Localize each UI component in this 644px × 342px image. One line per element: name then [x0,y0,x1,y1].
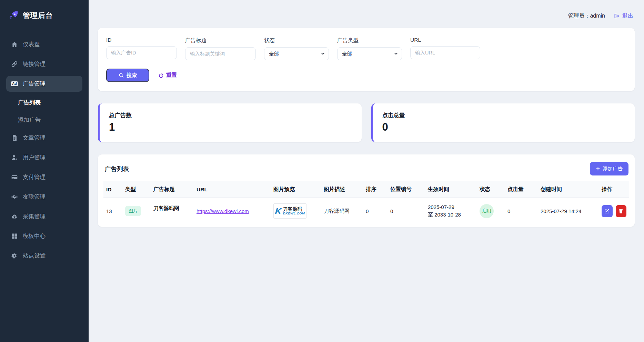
main-content: 管理员：admin 退出 ID 广告标题 状态 [89,0,644,342]
col-actions: 操作 [599,181,629,198]
status-badge: 启用 [480,204,494,218]
col-image-preview: 图片预览 [271,181,321,198]
col-image-desc: 图片描述 [321,181,363,198]
sidebar-item-collect[interactable]: 采集管理 [6,209,82,224]
sidebar-item-settings[interactable]: 站点设置 [6,248,82,264]
filter-field-type: 广告类型 全部 [337,37,402,60]
stat-card-total-clicks: 点击总量 0 [371,103,635,142]
filter-field-url: URL [410,37,480,60]
app-title: 管理后台 [23,11,53,20]
sidebar-item-label: 支付管理 [23,173,46,181]
sidebar-item-label: 用户管理 [23,154,46,161]
link-icon [11,61,18,68]
app-logo: 管理后台 [6,9,82,21]
ad-list-title: 广告列表 [105,165,129,173]
cell-ad-title: 刀客源码网 [153,205,191,212]
sidebar-item-label: 采集管理 [23,213,46,220]
filter-id-label: ID [106,37,177,43]
col-effective-time: 生效时间 [425,181,477,198]
sidebar-item-templates[interactable]: 模板中心 [6,228,82,244]
logo-k-glyph: K [275,207,282,215]
edit-button[interactable] [602,205,613,217]
sidebar-item-friend-links[interactable]: 友联管理 [6,189,82,205]
cell-image-desc: 刀客源码网 [321,198,363,224]
sidebar-item-label: 仪表盘 [23,41,40,48]
stat-card-total-ads: 总广告数 1 [98,103,362,142]
sidebar-item-articles[interactable]: 文章管理 [6,130,82,146]
cell-ad-title-sub: ... [153,213,191,217]
table-row: 13 图片 刀客源码网 ... https://www.dkewl.com K … [103,198,629,224]
sidebar-item-links[interactable]: 链接管理 [6,56,82,72]
stat-value: 0 [382,121,626,133]
sidebar-subitem-ad-list[interactable]: 广告列表 [6,95,82,110]
sidebar-item-ads[interactable]: Ad 广告管理 [6,76,82,92]
col-status: 状态 [477,181,505,198]
cell-position: 0 [388,198,425,224]
sidebar-item-dashboard[interactable]: 仪表盘 [6,37,82,52]
sidebar-item-label: 广告管理 [23,80,46,88]
col-created: 创建时间 [538,181,599,198]
stat-title: 总广告数 [109,112,352,119]
sidebar-item-label: 友联管理 [23,193,46,201]
filter-field-status: 状态 全部 [264,37,329,60]
sidebar-subitem-add-ad[interactable]: 添加广告 [6,113,82,127]
stats-row: 总广告数 1 点击总量 0 [98,103,635,142]
handshake-icon [11,193,18,200]
col-type: 类型 [122,181,151,198]
edit-icon [604,208,610,214]
sidebar-item-label: 文章管理 [23,134,46,142]
search-button-label: 搜索 [127,72,137,79]
ad-image-preview[interactable]: K 刀客源码 DKEWL.COM [273,203,306,219]
col-id: ID [103,181,122,198]
col-ad-title: 广告标题 [151,181,194,198]
col-position: 位置编号 [388,181,425,198]
sidebar-item-users[interactable]: 用户管理 [6,150,82,165]
cell-sort: 0 [363,198,388,224]
add-ad-button[interactable]: 添加广告 [590,162,628,175]
col-sort: 排序 [363,181,388,198]
cell-created: 2025-07-29 14:24 [538,198,599,224]
delete-button[interactable] [616,205,627,217]
ad-id-input[interactable] [106,46,177,59]
col-clicks: 点击量 [505,181,538,198]
grid-icon [11,233,18,240]
ad-type-select[interactable]: 全部 [337,47,402,60]
credit-card-icon [11,174,18,181]
refresh-icon [158,73,164,78]
search-icon [119,73,124,78]
filter-url-label: URL [410,37,480,43]
col-url: URL [194,181,271,198]
gear-icon [11,252,18,259]
table-header-row: ID 类型 广告标题 URL 图片预览 图片描述 排序 位置编号 生效时间 状态… [103,181,629,198]
sidebar-item-payments[interactable]: 支付管理 [6,169,82,185]
topbar: 管理员：admin 退出 [98,0,635,28]
logout-button[interactable]: 退出 [614,12,633,20]
stat-title: 点击总量 [382,112,626,119]
logout-label: 退出 [622,12,633,20]
type-badge: 图片 [125,206,141,216]
trash-icon [618,208,624,214]
cloud-download-icon [11,213,18,220]
ad-list-card: 广告列表 添加广告 ID 类型 广告标题 URL [98,154,635,227]
admin-app: 管理后台 仪表盘 链接管理 Ad 广告管理 广告列表 添加广告 [0,0,644,342]
effective-to: 至 2033-10-28 [428,211,474,219]
ad-url-link[interactable]: https://www.dkewl.com [197,208,249,214]
cell-clicks: 0 [505,198,538,224]
cell-effective-time: 2025-07-29 至 2033-10-28 [425,198,477,224]
status-select[interactable]: 全部 [264,47,329,60]
filter-type-label: 广告类型 [337,37,402,44]
url-input[interactable] [410,46,480,59]
logout-icon [614,13,620,19]
filter-status-label: 状态 [264,37,329,44]
logo-line2: DKEWL.COM [283,212,305,215]
sidebar-item-label: 模板中心 [23,232,46,240]
ad-table: ID 类型 广告标题 URL 图片预览 图片描述 排序 位置编号 生效时间 状态… [103,181,629,224]
admin-label: 管理员：admin [568,12,605,20]
ad-title-input[interactable] [185,47,256,60]
effective-from: 2025-07-29 [428,203,474,211]
logo-line1: 刀客源码 [283,207,305,212]
filter-card: ID 广告标题 状态 全部 广告类型 [98,28,635,91]
rocket-icon [8,10,19,21]
reset-button[interactable]: 重置 [158,72,177,79]
search-button[interactable]: 搜索 [106,69,149,82]
